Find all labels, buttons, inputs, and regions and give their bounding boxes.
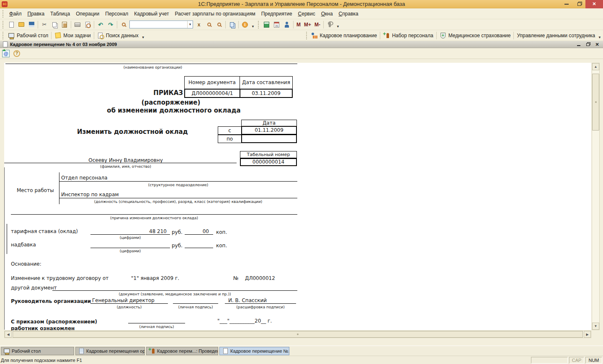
find-prev-button[interactable] xyxy=(214,20,224,29)
memory-add-button[interactable]: M+ xyxy=(302,20,313,29)
taskbar-tab-label: Рабочий стол xyxy=(12,349,41,354)
toolbar-grip[interactable] xyxy=(3,32,5,39)
restore-button[interactable] xyxy=(573,0,585,8)
head-name-caption: (расшифровка подписи) xyxy=(225,305,296,309)
paste-icon xyxy=(62,22,67,28)
employee-name-line xyxy=(4,163,237,163)
menu-hr-records[interactable]: Кадровый учет xyxy=(131,9,172,18)
menu-personnel[interactable]: Персонал xyxy=(102,9,131,18)
medical-insurance-button[interactable]: +Медицинское страхование xyxy=(438,31,513,40)
department-value: Отдел персонала xyxy=(61,175,108,181)
recruiting-button[interactable]: Набор персонала xyxy=(381,31,435,40)
data-search-button[interactable]: Поиск данных▼ xyxy=(95,31,147,40)
memory-subtract-button[interactable]: M- xyxy=(313,20,322,29)
doc-close-button[interactable] xyxy=(595,42,600,47)
copy-icon xyxy=(52,22,57,27)
quick-search-input[interactable] xyxy=(130,21,187,28)
calendar-button[interactable]: 31 xyxy=(272,20,282,29)
toolbar-grip[interactable] xyxy=(3,21,5,28)
taskbar-tab-transfer-posted[interactable]: Кадровое перем...: Проведен xyxy=(146,347,218,355)
doc-restore-button[interactable] xyxy=(585,42,590,47)
taskbar-tab-transfer-print[interactable]: Кадровое перемещение №... xyxy=(219,347,289,355)
dropdown-arrow-icon[interactable]: ▼ xyxy=(142,36,145,40)
menu-edit[interactable]: Правка xyxy=(25,9,48,18)
menu-payroll[interactable]: Расчет зарплаты по организациям xyxy=(172,9,258,18)
undo-button[interactable] xyxy=(95,20,106,29)
salary-kop-label: коп. xyxy=(216,229,227,235)
duplicate-button[interactable] xyxy=(227,20,237,29)
redo-icon xyxy=(107,21,114,28)
minimize-button[interactable] xyxy=(560,0,573,8)
search-button[interactable] xyxy=(119,20,129,29)
menu-operations[interactable]: Операции xyxy=(73,9,102,18)
taskbar-tab-transfers-list[interactable]: Кадровые перемещения ор... xyxy=(75,347,145,355)
help-icon[interactable]: ? xyxy=(13,50,20,57)
bonus-value-field xyxy=(90,242,170,248)
toolbar-grip[interactable] xyxy=(306,32,308,39)
dropdown-arrow-icon[interactable]: ▼ xyxy=(336,25,340,29)
copy-button[interactable] xyxy=(49,20,59,29)
menu-file[interactable]: Файл xyxy=(6,9,25,18)
services-button[interactable]: ▼ xyxy=(325,20,341,29)
menu-table[interactable]: Таблица xyxy=(47,9,73,18)
close-button[interactable] xyxy=(585,0,603,8)
my-tasks-button[interactable]: Мои задачи xyxy=(53,31,92,40)
paste-button[interactable] xyxy=(59,20,70,29)
toolbar-grip[interactable] xyxy=(3,10,5,18)
hr-planning-button[interactable]: Кадровое планирование xyxy=(310,31,379,40)
open-button[interactable] xyxy=(16,20,26,29)
redo-button[interactable] xyxy=(106,20,116,29)
print-preview-button[interactable] xyxy=(82,20,93,29)
dropdown-arrow-icon[interactable]: ▼ xyxy=(251,25,255,29)
salary-label: тарифная ставка (оклад) xyxy=(11,228,78,234)
new-button[interactable] xyxy=(6,20,16,29)
form-left-border xyxy=(4,167,5,330)
horizontal-scroll-thumb[interactable] xyxy=(13,331,583,338)
doc-minimize-button[interactable] xyxy=(576,42,581,47)
date-to-value-cell xyxy=(241,134,297,143)
desktop-icon xyxy=(8,33,14,38)
bonus-caption: (цифрами) xyxy=(90,249,170,253)
department-line xyxy=(59,181,297,182)
taskbar-tab-label: Кадровое перем...: Проведен xyxy=(157,349,218,354)
combo-dropdown-icon[interactable]: ▼ xyxy=(187,21,193,28)
desktop-button[interactable]: Рабочий стол xyxy=(6,31,50,40)
vertical-scroll-thumb[interactable] xyxy=(592,74,599,131)
horizontal-scrollbar[interactable]: ◀ ▶ xyxy=(4,331,591,338)
menu-help[interactable]: Справка xyxy=(336,9,361,18)
salary-rub-label: руб. xyxy=(172,229,183,235)
calculator-button[interactable] xyxy=(262,20,272,29)
find-next-icon xyxy=(207,23,211,26)
scroll-right-button[interactable]: ▶ xyxy=(584,331,591,338)
open-folder-icon xyxy=(18,22,24,27)
menu-windows[interactable]: Окна xyxy=(318,9,336,18)
save-button[interactable] xyxy=(26,20,36,29)
save-floppy-icon xyxy=(29,22,34,27)
taskbar-tab-desktop[interactable]: Рабочий стол xyxy=(1,347,74,355)
head-sign-caption: (личная подпись) xyxy=(173,305,218,309)
clear-search-button[interactable] xyxy=(194,20,204,29)
find-next-button[interactable] xyxy=(204,20,214,29)
date-from-value-cell: 01.11.2009 xyxy=(241,126,297,135)
toolbar-grip[interactable] xyxy=(258,21,260,28)
vertical-scrollbar[interactable]: ▲ ▼ xyxy=(592,63,600,330)
dropdown-arrow-icon[interactable]: ▼ xyxy=(598,36,601,40)
email-at-icon[interactable]: @ xyxy=(2,50,10,57)
menu-enterprise[interactable]: Предприятие xyxy=(258,9,295,18)
memory-recall-button[interactable]: M xyxy=(295,20,302,29)
user-button[interactable] xyxy=(282,20,292,29)
salary-kop-field: 00 xyxy=(185,228,213,235)
head-position-caption: (должность) xyxy=(90,305,168,309)
quick-search-combo[interactable]: ▼ xyxy=(129,21,193,28)
employee-data-button[interactable]: Управление данными сотрудника▼ xyxy=(515,31,603,40)
scroll-left-button[interactable]: ◀ xyxy=(5,331,12,338)
scroll-up-button[interactable]: ▲ xyxy=(592,63,599,70)
list-icon xyxy=(79,348,84,354)
recruiting-label: Набор персонала xyxy=(392,33,433,38)
cut-button[interactable] xyxy=(39,20,49,29)
ack-sign-field xyxy=(128,317,185,323)
info-button[interactable]: i▼ xyxy=(240,20,256,29)
scroll-down-button[interactable]: ▼ xyxy=(592,323,599,330)
menu-service[interactable]: Сервис xyxy=(295,9,318,18)
print-button[interactable] xyxy=(72,20,82,29)
